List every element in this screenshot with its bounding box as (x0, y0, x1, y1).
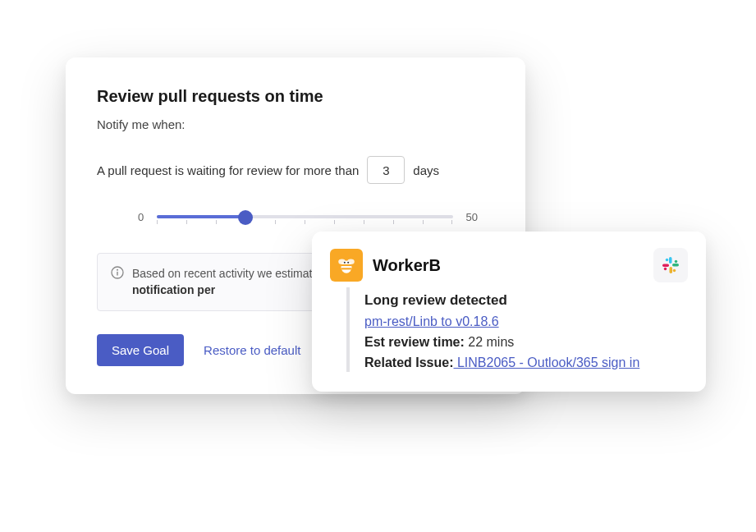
svg-rect-13 (662, 264, 669, 268)
svg-point-1 (117, 269, 118, 271)
notification-header: WorkerB (330, 248, 688, 282)
related-issue-link[interactable]: LINB2065 - Outlook/365 sign in (453, 355, 639, 369)
slider-fill (157, 215, 245, 218)
threshold-days-input[interactable] (367, 156, 405, 184)
brand-name: WorkerB (373, 256, 441, 275)
slack-notification-card: WorkerB Long review detected pm-rest/Lin… (312, 232, 706, 392)
threshold-slider-row: 0 50 (97, 209, 494, 225)
workerb-bee-icon (330, 249, 363, 282)
threshold-prefix: A pull request is waiting for review for… (97, 163, 359, 177)
slider-max-label: 50 (466, 211, 478, 223)
svg-point-16 (673, 269, 676, 273)
slack-icon (653, 248, 688, 282)
svg-point-9 (347, 262, 349, 264)
svg-rect-11 (672, 264, 679, 267)
svg-point-17 (664, 268, 667, 271)
svg-rect-5 (341, 268, 351, 269)
notification-body: Long review detected pm-rest/Linb to v0.… (346, 287, 688, 372)
svg-point-7 (347, 259, 355, 264)
related-issue-line: Related Issue: LINB2065 - Outlook/365 si… (364, 355, 688, 370)
pr-link[interactable]: pm-rest/Linb to v0.18.6 (364, 314, 499, 328)
restore-default-link[interactable]: Restore to default (204, 343, 300, 357)
threshold-suffix: days (413, 163, 439, 177)
svg-rect-4 (341, 264, 352, 266)
info-icon (111, 266, 124, 279)
slider-ticks (157, 220, 452, 224)
notification-brand: WorkerB (330, 249, 441, 282)
slider-min-label: 0 (138, 211, 144, 223)
svg-point-15 (675, 260, 678, 264)
est-review-label: Est review time: (364, 335, 465, 349)
threshold-slider[interactable] (157, 209, 452, 225)
save-goal-button[interactable]: Save Goal (97, 334, 184, 366)
svg-point-6 (338, 259, 346, 264)
card-title: Review pull requests on time (97, 87, 494, 106)
related-issue-label: Related Issue: (364, 355, 453, 369)
threshold-row: A pull request is waiting for review for… (97, 156, 494, 184)
svg-point-8 (344, 262, 346, 264)
svg-rect-2 (117, 272, 117, 276)
svg-point-14 (666, 259, 669, 262)
notify-label: Notify me when: (97, 117, 494, 131)
est-review-value: 22 mins (465, 335, 514, 349)
notification-title: Long review detected (364, 292, 688, 309)
svg-rect-12 (670, 267, 673, 273)
svg-rect-10 (669, 257, 672, 264)
slider-thumb[interactable] (238, 210, 253, 225)
est-review-line: Est review time: 22 mins (364, 335, 688, 350)
